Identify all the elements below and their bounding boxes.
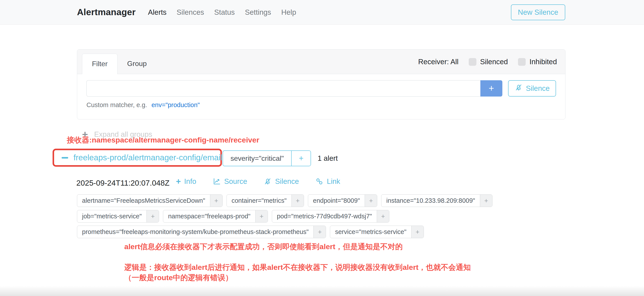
annotation-receiver-note: 接收器:namespace/altermanager-config-name/r… — [67, 135, 259, 145]
label-add-button[interactable]: + — [365, 194, 377, 207]
label-tag: job="metrics-service" + — [77, 210, 159, 222]
bell-slash-icon — [264, 177, 272, 186]
hint-example-link[interactable]: env="production" — [152, 102, 200, 108]
label-tag-text[interactable]: namespace="freeleaps-prod" — [163, 210, 255, 222]
brand-link[interactable]: Alertmanager — [77, 7, 136, 17]
link-action-label: Link — [327, 177, 340, 186]
bottom-fade — [0, 286, 644, 296]
filter-panel-header: Filter Group Receiver: All Silenced Inhi… — [77, 50, 565, 74]
nav-item-silences[interactable]: Silences — [176, 8, 204, 16]
label-tag: alertname="FreeleapsMetricsServiceDown" … — [77, 194, 222, 207]
label-add-button[interactable]: + — [146, 210, 159, 222]
alert-action-info[interactable]: + Info — [176, 177, 196, 186]
alert-actions: + Info Source Silence — [176, 177, 340, 186]
nav-item-alerts[interactable]: Alerts — [148, 8, 166, 16]
alertmanager-app: Alertmanager Alerts Silences Status Sett… — [0, 0, 644, 296]
nav-item-status[interactable]: Status — [214, 8, 235, 16]
hint-text: Custom matcher, e.g. — [86, 102, 147, 108]
alert-labels: alertname="FreeleapsMetricsServiceDown" … — [77, 194, 512, 238]
label-tag-text[interactable]: endpoint="8009" — [308, 194, 365, 207]
filter-header-controls: Receiver: All Silenced Inhibited — [418, 50, 557, 74]
tab-filter[interactable]: Filter — [82, 54, 118, 74]
annotation-alert-note: alert信息必须在接收器下才表示配置成功，否则即使能看到alert，但是通知是… — [124, 242, 403, 252]
matcher-input[interactable] — [86, 80, 480, 96]
annotation-logic-line2: （一般是route中的逻辑有错误） — [124, 272, 471, 283]
label-add-button[interactable]: + — [480, 194, 492, 207]
bell-slash-icon — [514, 83, 523, 94]
nav-item-help[interactable]: Help — [281, 8, 296, 16]
chart-icon — [212, 177, 221, 186]
inhibited-filter: Inhibited — [518, 58, 557, 66]
silence-button[interactable]: Silence — [508, 80, 556, 96]
receiver-group-toggle[interactable]: freeleaps-prod/alertmanager-config/email — [54, 153, 230, 162]
group-matcher-label[interactable]: severity="critical" — [223, 151, 291, 166]
source-action-label: Source — [224, 177, 247, 186]
label-add-button[interactable]: + — [210, 194, 222, 207]
silence-button-label: Silence — [526, 84, 550, 92]
inhibited-checkbox[interactable] — [518, 58, 526, 66]
nav-item-settings[interactable]: Settings — [245, 8, 271, 16]
label-tag-text[interactable]: service="metrics-service" — [330, 226, 411, 238]
annotation-highlight-box: freeleaps-prod/alertmanager-config/email — [52, 149, 222, 167]
label-tag: prometheus="freeleaps-monitoring-system/… — [77, 226, 326, 238]
label-add-button[interactable]: + — [292, 194, 304, 207]
silence-action-label: Silence — [275, 177, 299, 186]
label-tag-text[interactable]: container="metrics" — [227, 194, 292, 207]
new-silence-button[interactable]: New Silence — [511, 4, 565, 20]
label-tag-text[interactable]: job="metrics-service" — [77, 210, 146, 222]
label-add-button[interactable]: + — [377, 210, 389, 222]
add-matcher-button[interactable]: + — [480, 80, 502, 96]
silenced-filter: Silenced — [469, 58, 508, 66]
filter-tabs: Filter Group — [82, 54, 156, 74]
top-navbar: Alertmanager Alerts Silences Status Sett… — [0, 0, 644, 25]
plus-icon: + — [176, 177, 181, 186]
inhibited-label: Inhibited — [530, 58, 557, 66]
label-tag-text[interactable]: instance="10.233.98.209:8009" — [382, 194, 480, 207]
label-tag: namespace="freeleaps-prod" + — [163, 210, 268, 222]
label-add-button[interactable]: + — [411, 226, 424, 238]
info-action-label: Info — [184, 177, 196, 186]
silenced-checkbox[interactable] — [469, 58, 476, 66]
main-nav: Alerts Silences Status Settings Help — [148, 8, 296, 16]
receiver-dropdown[interactable]: Receiver: All — [418, 58, 458, 66]
alert-action-silence[interactable]: Silence — [264, 177, 299, 186]
silenced-label: Silenced — [480, 58, 508, 66]
group-matcher-chip: severity="critical" + — [222, 150, 311, 166]
minus-icon — [62, 157, 68, 158]
tab-group[interactable]: Group — [118, 54, 156, 74]
matcher-row: + Silence — [86, 80, 556, 96]
group-matcher-add-button[interactable]: + — [291, 151, 310, 166]
filter-panel-body: + Silence Custom matcher, e.g. env="prod… — [77, 74, 565, 109]
link-icon — [315, 177, 324, 186]
alert-start-time: 2025-09-24T11:20:07.048Z — [76, 178, 170, 187]
alert-count: 1 alert — [318, 150, 338, 166]
filter-panel: Filter Group Receiver: All Silenced Inhi… — [77, 49, 566, 120]
matcher-hint: Custom matcher, e.g. env="production" — [86, 102, 556, 109]
label-add-button[interactable]: + — [314, 226, 326, 238]
label-tag-text[interactable]: alertname="FreeleapsMetricsServiceDown" — [77, 194, 210, 207]
label-add-button[interactable]: + — [255, 210, 268, 222]
alert-action-link[interactable]: Link — [315, 177, 340, 186]
label-tag: service="metrics-service" + — [330, 226, 424, 238]
label-tag-text[interactable]: prometheus="freeleaps-monitoring-system/… — [77, 226, 314, 238]
label-tag-text[interactable]: pod="metrics-77d9cdb497-wdsj7" — [272, 210, 377, 222]
label-tag: pod="metrics-77d9cdb497-wdsj7" + — [272, 210, 389, 222]
annotation-logic-line1: 逻辑是：接收器收到alert后进行通知，如果alert不在接收器下，说明接收器没… — [124, 262, 471, 272]
label-tag: endpoint="8009" + — [308, 194, 377, 207]
label-tag: instance="10.233.98.209:8009" + — [381, 194, 492, 207]
receiver-group-name: freeleaps-prod/alertmanager-config/email — [74, 153, 222, 162]
alert-action-source[interactable]: Source — [212, 177, 247, 186]
annotation-logic-note: 逻辑是：接收器收到alert后进行通知，如果alert不在接收器下，说明接收器没… — [124, 262, 471, 283]
label-tag: container="metrics" + — [226, 194, 304, 207]
